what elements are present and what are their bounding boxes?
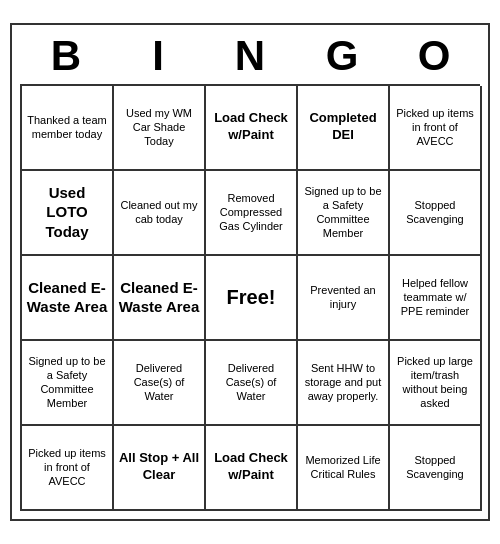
bingo-cell-1[interactable]: Used my WM Car Shade Today xyxy=(114,86,206,171)
bingo-cell-2[interactable]: Load Check w/Paint xyxy=(206,86,298,171)
bingo-cell-10[interactable]: Cleaned E-Waste Area xyxy=(22,256,114,341)
bingo-cell-8[interactable]: Signed up to be a Safety Committee Membe… xyxy=(298,171,390,256)
bingo-cell-18[interactable]: Sent HHW to storage and put away properl… xyxy=(298,341,390,426)
bingo-letter-N: N xyxy=(206,33,294,79)
bingo-cell-19[interactable]: Picked up large item/trash without being… xyxy=(390,341,482,426)
bingo-cell-4[interactable]: Picked up items in front of AVECC xyxy=(390,86,482,171)
bingo-cell-11[interactable]: Cleaned E-Waste Area xyxy=(114,256,206,341)
bingo-letter-G: G xyxy=(298,33,386,79)
bingo-cell-22[interactable]: Load Check w/Paint xyxy=(206,426,298,511)
bingo-cell-20[interactable]: Picked up items in front of AVECC xyxy=(22,426,114,511)
bingo-cell-5[interactable]: Used LOTO Today xyxy=(22,171,114,256)
bingo-header: BINGO xyxy=(20,33,480,79)
bingo-cell-16[interactable]: Delivered Case(s) of Water xyxy=(114,341,206,426)
bingo-letter-O: O xyxy=(390,33,478,79)
bingo-grid: Thanked a team member todayUsed my WM Ca… xyxy=(20,84,480,511)
bingo-cell-13[interactable]: Prevented an injury xyxy=(298,256,390,341)
bingo-cell-0[interactable]: Thanked a team member today xyxy=(22,86,114,171)
bingo-cell-14[interactable]: Helped fellow teammate w/ PPE reminder xyxy=(390,256,482,341)
bingo-letter-I: I xyxy=(114,33,202,79)
bingo-cell-23[interactable]: Memorized Life Critical Rules xyxy=(298,426,390,511)
bingo-card: BINGO Thanked a team member todayUsed my… xyxy=(10,23,490,520)
bingo-cell-3[interactable]: Completed DEI xyxy=(298,86,390,171)
bingo-cell-15[interactable]: Signed up to be a Safety Committee Membe… xyxy=(22,341,114,426)
bingo-cell-9[interactable]: Stopped Scavenging xyxy=(390,171,482,256)
bingo-cell-12[interactable]: Free! xyxy=(206,256,298,341)
bingo-cell-6[interactable]: Cleaned out my cab today xyxy=(114,171,206,256)
bingo-cell-21[interactable]: All Stop + All Clear xyxy=(114,426,206,511)
bingo-cell-24[interactable]: Stopped Scavenging xyxy=(390,426,482,511)
bingo-cell-17[interactable]: Delivered Case(s) of Water xyxy=(206,341,298,426)
bingo-cell-7[interactable]: Removed Compressed Gas Cylinder xyxy=(206,171,298,256)
bingo-letter-B: B xyxy=(22,33,110,79)
